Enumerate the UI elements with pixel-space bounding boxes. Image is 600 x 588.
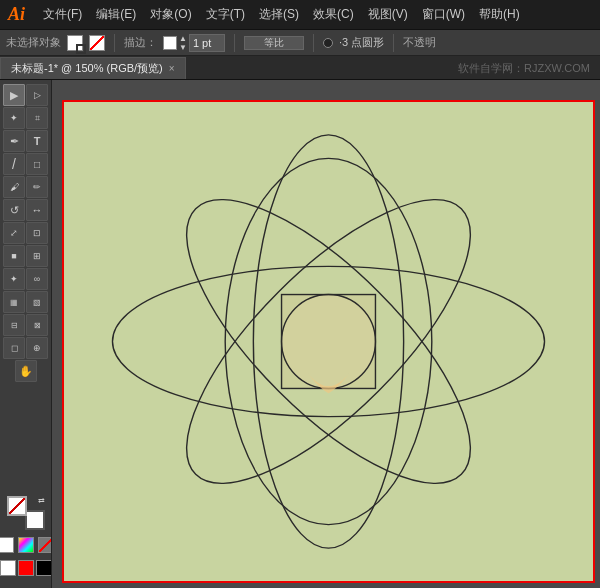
pen-type-row: ✒ T — [3, 130, 48, 152]
fill-box[interactable] — [7, 496, 27, 516]
swap-colors-icon[interactable]: ⇄ — [38, 496, 45, 505]
direct-select-tool[interactable]: ▷ — [26, 84, 48, 106]
stroke-down-btn[interactable]: ▼ — [179, 43, 187, 52]
white-swatch[interactable] — [0, 560, 16, 576]
rect-tool[interactable]: □ — [26, 153, 48, 175]
red-swatch[interactable] — [18, 560, 34, 576]
menu-window[interactable]: 窗口(W) — [416, 4, 471, 25]
pen-tool[interactable]: ✒ — [3, 130, 25, 152]
fill-stroke-selector[interactable]: ⇄ — [7, 496, 45, 530]
line-shape-row: / □ — [3, 153, 48, 175]
stroke-type-selector[interactable]: 等比 — [244, 36, 304, 50]
svg-point-6 — [282, 295, 376, 389]
hand-row: ✋ — [15, 360, 37, 382]
artboard-slice-row: ⊟ ⊠ — [3, 314, 48, 336]
magic-wand-tool[interactable]: ✦ — [3, 107, 25, 129]
eyedropper-tool[interactable]: ✦ — [3, 268, 25, 290]
mesh-tool[interactable]: ⊞ — [26, 245, 48, 267]
menu-help[interactable]: 帮助(H) — [473, 4, 526, 25]
tab-bar: 未标题-1* @ 150% (RGB/预览) × 软件自学网：RJZXW.COM — [0, 56, 600, 80]
toolbar: ▶ ▷ ✦ ⌗ ✒ T / □ 🖌 ✏ ↺ ↔ ⤢ ⊡ — [0, 80, 52, 588]
slice-tool[interactable]: ⊠ — [26, 314, 48, 336]
canvas-area — [52, 80, 600, 588]
scale-warp-row: ⤢ ⊡ — [3, 222, 48, 244]
paintbrush-tool[interactable]: 🖌 — [3, 176, 25, 198]
zoom-tool[interactable]: ⊕ — [26, 337, 48, 359]
stroke-point-dot — [323, 38, 333, 48]
reflect-tool[interactable]: ↔ — [26, 199, 48, 221]
column-chart-tool[interactable]: ▦ — [3, 291, 25, 313]
menu-object[interactable]: 对象(O) — [144, 4, 197, 25]
rotate-tool[interactable]: ↺ — [3, 199, 25, 221]
lasso-tool[interactable]: ⌗ — [26, 107, 48, 129]
fill-icon[interactable] — [89, 35, 105, 51]
menu-view[interactable]: 视图(V) — [362, 4, 414, 25]
brush-pencil-row: 🖌 ✏ — [3, 176, 48, 198]
quick-colors-row — [0, 560, 52, 576]
line-tool[interactable]: / — [3, 153, 25, 175]
selection-tool[interactable]: ▶ — [3, 84, 25, 106]
eraser-tool[interactable]: ◻ — [3, 337, 25, 359]
gradient-mesh-row: ■ ⊞ — [3, 245, 48, 267]
drawing-svg — [64, 102, 593, 581]
active-tab[interactable]: 未标题-1* @ 150% (RGB/预览) × — [0, 57, 186, 79]
hand-tool[interactable]: ✋ — [15, 360, 37, 382]
tab-title: 未标题-1* @ 150% (RGB/预览) — [11, 61, 163, 76]
warp-tool[interactable]: ⊡ — [26, 222, 48, 244]
bar-chart-tool[interactable]: ▧ — [26, 291, 48, 313]
main-area: ▶ ▷ ✦ ⌗ ✒ T / □ 🖌 ✏ ↺ ↔ ⤢ ⊡ — [0, 80, 600, 588]
menu-type[interactable]: 文字(T) — [200, 4, 251, 25]
color-mode-icon[interactable] — [0, 537, 14, 553]
selection-tool-row: ▶ ▷ — [3, 84, 48, 106]
scale-tool[interactable]: ⤢ — [3, 222, 25, 244]
color-area: ⇄ — [0, 496, 52, 584]
stroke-up-btn[interactable]: ▲ — [179, 34, 187, 43]
stroke-label: 描边： — [124, 35, 157, 50]
rotate-reflect-row: ↺ ↔ — [3, 199, 48, 221]
artboard — [62, 100, 595, 583]
point-shape-label: ·3 点圆形 — [339, 35, 384, 50]
stroke-input[interactable] — [189, 34, 225, 52]
stroke-up-icon — [163, 36, 177, 50]
menu-select[interactable]: 选择(S) — [253, 4, 305, 25]
eraser-zoom-row: ◻ ⊕ — [3, 337, 48, 359]
type-tool[interactable]: T — [26, 130, 48, 152]
menu-edit[interactable]: 编辑(E) — [90, 4, 142, 25]
watermark-text: 软件自学网：RJZXW.COM — [458, 61, 600, 79]
menu-bar: 文件(F) 编辑(E) 对象(O) 文字(T) 选择(S) 效果(C) 视图(V… — [37, 4, 526, 25]
magic-lasso-row: ✦ ⌗ — [3, 107, 48, 129]
stroke-type-label: 等比 — [264, 36, 284, 50]
title-bar: Ai 文件(F) 编辑(E) 对象(O) 文字(T) 选择(S) 效果(C) 视… — [0, 0, 600, 30]
menu-effect[interactable]: 效果(C) — [307, 4, 360, 25]
black-swatch[interactable] — [36, 560, 52, 576]
artboard-tool[interactable]: ⊟ — [3, 314, 25, 336]
blend-tool[interactable]: ∞ — [26, 268, 48, 290]
pencil-tool[interactable]: ✏ — [26, 176, 48, 198]
eyedropper-blend-row: ✦ ∞ — [3, 268, 48, 290]
chart-row: ▦ ▧ — [3, 291, 48, 313]
transparency-label: 不透明 — [403, 35, 436, 50]
none-mode-icon[interactable] — [38, 537, 53, 553]
app-logo: Ai — [8, 4, 25, 25]
menu-file[interactable]: 文件(F) — [37, 4, 88, 25]
gradient-mode-icon[interactable] — [18, 537, 34, 553]
no-selection-label: 未选择对象 — [6, 35, 61, 50]
options-bar: 未选择对象 描边： ▲ ▼ 等比 ·3 点圆形 不透明 — [0, 30, 600, 56]
tab-close-button[interactable]: × — [169, 63, 175, 74]
gradient-tool[interactable]: ■ — [3, 245, 25, 267]
color-mode-row — [0, 537, 52, 553]
